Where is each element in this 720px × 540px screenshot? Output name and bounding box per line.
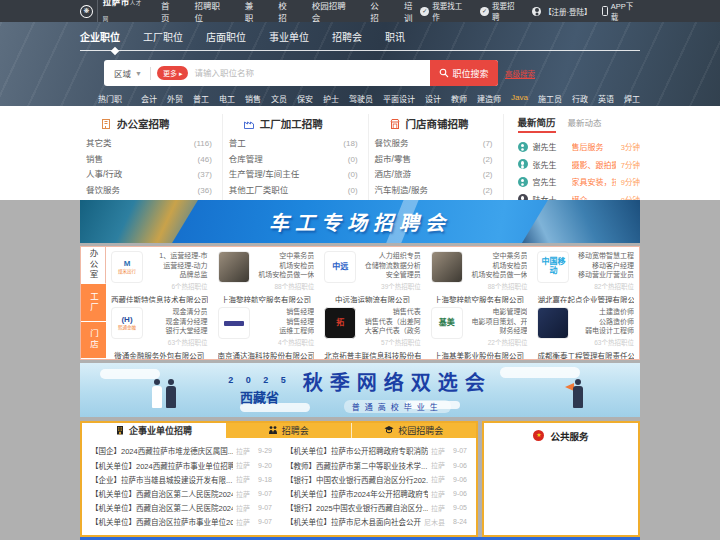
category-item-count: (116): [194, 136, 212, 152]
category-item[interactable]: 汽车制造/服务(2): [375, 183, 493, 199]
company-job-line: 公路造价师: [573, 317, 634, 327]
company-job-line: 1、运营经理-市: [147, 251, 208, 261]
lathe-job-fair-banner[interactable]: 车工专场招聘会: [80, 200, 640, 243]
tab-job-fair[interactable]: 招聘会: [226, 423, 351, 438]
category-item[interactable]: 餐饮服务(7): [375, 136, 493, 152]
hot-job-link[interactable]: 行政: [572, 93, 588, 106]
topbar-nav-item[interactable]: 校招: [278, 0, 295, 23]
category-item[interactable]: 其他工厂类职位(0): [229, 183, 358, 199]
category-item[interactable]: 生产管理/车间主任(0): [229, 167, 358, 183]
hot-job-link[interactable]: 普工: [193, 93, 209, 106]
news-item[interactable]: 【机关单位】西藏自治区第二人民医院2024年6...拉萨9-07: [91, 486, 272, 500]
tab-institution-jobs[interactable]: 企事业单位招聘: [82, 423, 226, 438]
topbar-nav-item[interactable]: 招聘职位: [195, 0, 228, 23]
topbar-nav-item[interactable]: 校园招聘会: [312, 0, 353, 23]
find-job-button[interactable]: ✓我要找工作: [420, 0, 469, 22]
news-item[interactable]: 【机关单位】西藏自治区拉萨市事业单位2024...拉萨9-07: [91, 515, 272, 529]
resume-entry[interactable]: 宫先生家具安装，技工9分钟: [518, 173, 641, 191]
news-item[interactable]: 【国企】2024西藏拉萨市堆龙德庆区属国...拉萨9-29: [91, 444, 272, 458]
company-job-line: 土建造价师: [573, 307, 634, 317]
company-card[interactable]: 空中乘务员机场安检员机场安检员做一休88个热招职位上海黎梓航空服务有限公司: [426, 247, 533, 303]
category-item[interactable]: 销售(46): [86, 152, 212, 168]
hot-job-link[interactable]: 销售: [245, 93, 261, 106]
category-shop: 门店商铺招聘 餐饮服务(7)超市/零售(2)酒店/旅游(2)汽车制造/服务(2): [369, 114, 504, 200]
hot-job-link[interactable]: 保安: [297, 93, 313, 106]
company-card[interactable]: 空中乘务员机场安检员机场安检员做一休88个热招职位上海黎梓航空服务有限公司: [213, 247, 320, 303]
subnav-tab[interactable]: 招聘会: [332, 29, 362, 44]
tab-campus-fair[interactable]: 校园招聘会: [352, 423, 476, 438]
news-item[interactable]: 【企业】拉萨市当雄县城投建设开发有限...拉萨9-18: [91, 472, 272, 486]
search-input[interactable]: [194, 68, 430, 78]
banner2-region: 西藏省: [228, 387, 291, 406]
tab-latest-updates[interactable]: 最新动态: [568, 116, 602, 128]
hot-job-link[interactable]: 文员: [271, 93, 287, 106]
hot-job-link[interactable]: 驾驶员: [349, 93, 373, 106]
hot-job-link[interactable]: 设计: [425, 93, 441, 106]
category-item[interactable]: 超市/零售(2): [375, 152, 493, 168]
subnav-tab[interactable]: 工厂职位: [143, 29, 183, 44]
news-item[interactable]: 【机关单位】西藏自治区第二人民医院2024年7...拉萨9-07: [91, 501, 272, 515]
subnav-tab[interactable]: 店面职位: [206, 29, 246, 44]
news-item[interactable]: 【机关单位】拉萨市公开招聘政府专职消防员1...拉萨9-07: [286, 444, 467, 458]
news-item[interactable]: 【机关单位】拉萨市2024年公开招聘政府专职...拉萨9-06: [286, 486, 467, 500]
resume-entry[interactable]: 张先生摄影、跟拍摄...7分钟: [518, 156, 641, 174]
topbar-nav-item[interactable]: 公招: [370, 0, 387, 23]
topbar-nav-item[interactable]: 首页: [161, 0, 178, 23]
news-item[interactable]: 【银行】2025中国农业银行西藏自治区分...拉萨9-05: [286, 501, 467, 515]
company-card[interactable]: 基美电影管理岗电影项目策划、开财务经理22个热招职位上海基美影业股份有限公司: [426, 303, 533, 359]
subnav-tab[interactable]: 企业职位: [80, 29, 120, 44]
company-card[interactable]: 中远人力组织专员仓储物流数据分析安全管理员39个热招职位中远海运物流有限公司: [319, 247, 426, 303]
company-side-tab[interactable]: 门店: [81, 322, 106, 359]
company-side-tab[interactable]: 工厂: [81, 284, 106, 321]
news-item[interactable]: 【教师】西藏拉萨市第二中等职业技术学...拉萨9-06: [286, 458, 467, 472]
app-download-button[interactable]: APP下载: [602, 0, 640, 22]
news-item[interactable]: 【机关单位】2024西藏拉萨市事业单位招聘高...拉萨9-20: [91, 458, 272, 472]
hot-job-link[interactable]: 外贸: [167, 93, 183, 106]
topbar-nav-item[interactable]: 兼职: [245, 0, 262, 23]
hot-job-link[interactable]: 平面设计: [383, 93, 415, 106]
company-card[interactable]: M煤米出行1、运营经理-市运营经理-动力品牌总监6个热招职位西藏佳斯特信息技术有…: [106, 247, 213, 303]
news-item[interactable]: 【银行】中国农业银行西藏自治区分行202...拉萨9-06: [286, 472, 467, 486]
category-item-count: (0): [348, 167, 358, 183]
resume-entry[interactable]: 谢先生售后服务3分钟: [518, 138, 641, 156]
company-jobs: 1、运营经理-市运营经理-动力品牌总监6个热招职位: [147, 251, 208, 291]
tab-latest-resumes[interactable]: 最新简历: [518, 115, 556, 133]
hot-job-link[interactable]: 教师: [451, 93, 467, 106]
company-card[interactable]: (H)熙通金融现金清分员现金清分经理银行大堂经理63个热招职位微通金融服务外包有…: [106, 303, 213, 359]
more-button[interactable]: 更多 ▸: [157, 66, 188, 80]
region-dropdown[interactable]: 区域▼: [104, 67, 150, 79]
autumn-fair-banner[interactable]: 2 0 2 5 西藏省 秋季网络双选会 普通高校毕业生: [80, 363, 640, 417]
company-jobs: 销售经理销售经理运维工程师4个热招职位: [254, 307, 315, 347]
category-item[interactable]: 餐饮服务(36): [86, 183, 212, 199]
category-item[interactable]: 仓库管理(0): [229, 152, 358, 168]
company-card[interactable]: 土建造价师公路造价师弱电设计工程师63个热招职位成都衡泰工程管理有限责任公司: [532, 303, 639, 359]
search-icon: [439, 68, 449, 78]
company-side-tab[interactable]: 办公室: [81, 247, 106, 284]
hot-job-link[interactable]: 建造师: [477, 93, 501, 106]
hot-job-link[interactable]: 英语: [598, 93, 614, 106]
topbar-nav-item[interactable]: 培训: [404, 0, 421, 23]
company-card[interactable]: 中国移动移动宽带智慧工程移动客户经理移动营业厅营业员82个热招职位湖北赢在起点企…: [532, 247, 639, 303]
register-login-button[interactable]: 【注册·登陆】: [532, 6, 590, 17]
hot-job-link[interactable]: 焊工: [624, 93, 640, 106]
news-item-date: 9-29: [250, 447, 272, 454]
company-card[interactable]: 拓销售代表销售代表（出差阿大客户代表（政务57个热招职位北京拓普丰联信息科技股份…: [319, 303, 426, 359]
search-button[interactable]: 职位搜索: [430, 60, 498, 86]
category-item[interactable]: 普工(18): [229, 136, 358, 152]
post-job-button[interactable]: ✓我要招聘: [480, 0, 521, 22]
category-item[interactable]: 人事/行政(37): [86, 167, 212, 183]
hot-job-link[interactable]: 电工: [219, 93, 235, 106]
company-card[interactable]: 销售经理销售经理运维工程师4个热招职位南京通达海科技股份有限公司成都: [213, 303, 320, 359]
advanced-search-link[interactable]: 高级搜索: [505, 68, 535, 79]
hot-job-link[interactable]: 会计: [141, 93, 157, 106]
news-item[interactable]: 【机关单位】拉萨市尼木县面向社会公开招聘...尼木县8-24: [286, 515, 467, 529]
public-service-header[interactable]: ★ 公共服务: [484, 423, 638, 448]
subnav-tab[interactable]: 事业单位: [269, 29, 309, 44]
subnav-tab[interactable]: 职讯: [385, 29, 405, 44]
hot-job-link[interactable]: 护士: [323, 93, 339, 106]
hot-job-link[interactable]: 施工员: [538, 93, 562, 106]
category-item[interactable]: 酒店/旅游(2): [375, 167, 493, 183]
news-item-date: 9-06: [445, 462, 467, 469]
hot-job-link[interactable]: Java: [511, 93, 528, 106]
category-item[interactable]: 其它类(116): [86, 136, 212, 152]
